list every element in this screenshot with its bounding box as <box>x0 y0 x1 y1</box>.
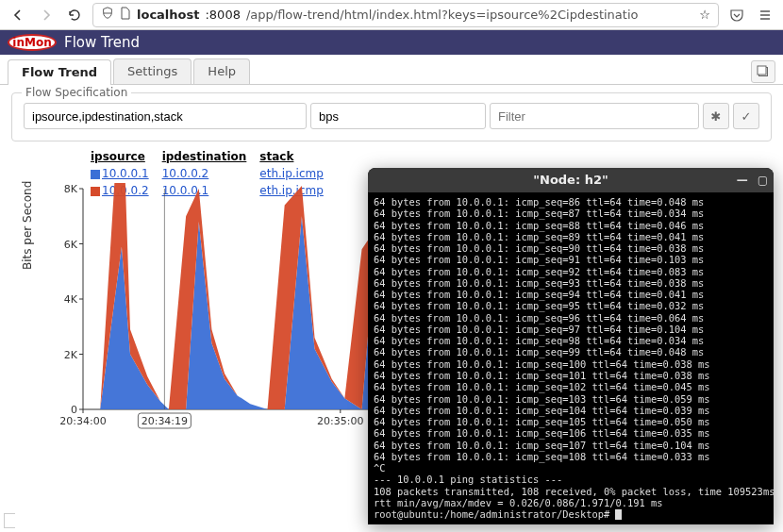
minimize-icon[interactable]: — <box>737 174 748 187</box>
filter-input[interactable] <box>490 103 699 129</box>
legend-col-ipsource: ipsource <box>87 149 157 164</box>
bookmark-star-icon[interactable]: ☆ <box>699 8 710 22</box>
y-axis-label: Bits per Second <box>21 181 34 270</box>
keys-input[interactable] <box>24 103 307 129</box>
status-corner <box>4 513 15 528</box>
svg-text:20:34:19: 20:34:19 <box>142 415 188 427</box>
maximize-icon[interactable]: ▢ <box>758 174 768 187</box>
legend-stack-link[interactable]: eth.ip.icmp <box>259 167 324 180</box>
tab-flow-trend[interactable]: Flow Trend <box>8 59 111 85</box>
pocket-icon[interactable] <box>726 5 747 25</box>
flow-spec-legend: Flow Specification <box>22 86 131 99</box>
app-header: inMon Flow Trend <box>0 30 783 55</box>
value-input[interactable] <box>310 103 486 129</box>
flow-specification-panel: Flow Specification ✱ ✓ <box>11 92 772 141</box>
terminal-body[interactable]: 64 bytes from 10.0.0.1: icmp_seq=86 ttl=… <box>368 192 774 524</box>
url-host: localhost <box>137 8 199 22</box>
menu-button[interactable] <box>755 5 775 25</box>
submit-button[interactable]: ✓ <box>733 103 759 129</box>
svg-text:4K: 4K <box>64 293 78 306</box>
terminal-title-text: "Node: h2" <box>533 173 608 187</box>
tabs-bar: Flow Trend Settings Help <box>0 55 783 85</box>
back-button[interactable] <box>8 5 28 25</box>
gear-icon: ✱ <box>711 109 722 124</box>
svg-text:2K: 2K <box>64 349 78 361</box>
page-icon <box>120 7 131 23</box>
tab-help[interactable]: Help <box>193 58 250 84</box>
legend-ipdest-link[interactable]: 10.0.0.2 <box>162 167 209 180</box>
tab-settings[interactable]: Settings <box>113 58 192 84</box>
reload-button[interactable] <box>64 5 85 25</box>
svg-rect-1 <box>758 66 766 75</box>
terminal-window[interactable]: "Node: h2" — ▢ 64 bytes from 10.0.0.1: i… <box>368 168 774 524</box>
svg-text:20:35:00: 20:35:00 <box>317 415 363 427</box>
shield-icon <box>101 7 114 23</box>
address-bar[interactable]: localhost:8008/app/flow-trend/html/index… <box>92 3 719 27</box>
legend-col-stack: stack <box>256 149 331 164</box>
url-port: :8008 <box>205 8 240 22</box>
svg-text:20:34:00: 20:34:00 <box>59 415 106 427</box>
gear-button[interactable]: ✱ <box>703 103 729 129</box>
legend-row: 10.0.0.1 10.0.0.2 eth.ip.icmp <box>87 166 331 181</box>
svg-text:6K: 6K <box>64 239 78 251</box>
forward-button[interactable] <box>36 5 57 25</box>
check-icon: ✓ <box>741 109 752 124</box>
inmon-logo: inMon <box>8 34 57 51</box>
terminal-titlebar[interactable]: "Node: h2" — ▢ <box>368 168 774 192</box>
legend-col-ipdestination: ipdestination <box>158 149 255 164</box>
popout-button[interactable] <box>751 60 775 83</box>
browser-toolbar: localhost:8008/app/flow-trend/html/index… <box>0 0 783 30</box>
svg-text:8K: 8K <box>64 183 78 195</box>
legend-ipsource-link[interactable]: 10.0.0.1 <box>102 167 149 180</box>
app-title: Flow Trend <box>64 34 140 51</box>
url-path: /app/flow-trend/html/index.html?keys=ips… <box>246 8 639 22</box>
